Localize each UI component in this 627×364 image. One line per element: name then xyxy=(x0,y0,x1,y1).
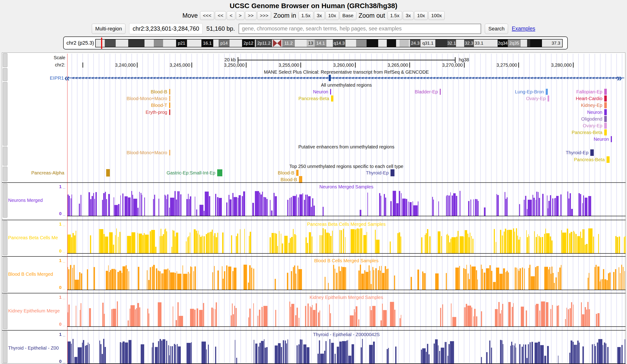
region-label[interactable]: Blood-B xyxy=(151,89,167,95)
zoom-out-button-4[interactable]: 100x xyxy=(428,11,445,20)
region-label[interactable]: Blood-B xyxy=(278,170,294,176)
track-drag-handle[interactable] xyxy=(3,53,7,67)
ideogram-bands[interactable]: p2116.1p142p122p11.211.21314.1q14.324.3q… xyxy=(95,39,563,47)
region-label[interactable]: Bladder-Ep xyxy=(415,89,438,95)
multi-region-button[interactable]: Multi-region xyxy=(92,24,125,34)
track-name-label[interactable]: Thyroid - Epithelial - Z00 xyxy=(8,345,67,351)
track-drag-handle[interactable] xyxy=(3,82,7,146)
strand-arrow-icon: < xyxy=(189,75,191,81)
region-block[interactable] xyxy=(331,96,333,102)
track-drag-handle[interactable] xyxy=(3,331,7,363)
region-block[interactable] xyxy=(604,129,607,135)
signal-track-plot[interactable] xyxy=(67,299,626,327)
track-name-label[interactable]: Pancreas Beta Cells Me xyxy=(8,235,67,240)
region-block[interactable] xyxy=(217,169,222,176)
region-block[interactable] xyxy=(546,89,548,95)
region-block[interactable] xyxy=(548,96,549,102)
signal-track-plot[interactable] xyxy=(67,337,626,364)
region-block[interactable] xyxy=(391,169,394,176)
region-label[interactable]: Pancreas-Beta xyxy=(299,96,329,101)
region-block[interactable] xyxy=(169,103,170,108)
region-block[interactable] xyxy=(604,109,607,115)
region-label[interactable]: Ovary-Ep xyxy=(526,96,546,101)
region-block[interactable] xyxy=(169,109,170,115)
region-block[interactable] xyxy=(607,156,610,163)
zoom-in-button-4[interactable]: Base xyxy=(340,11,356,20)
coordinate-label: 3,240,000 xyxy=(77,62,136,68)
position-display[interactable]: chr2:3,233,601-3,284,760 xyxy=(129,23,203,34)
region-label[interactable]: Blood-B xyxy=(281,177,297,182)
region-block[interactable] xyxy=(169,96,170,101)
region-block[interactable] xyxy=(330,89,331,95)
zoom-out-button-2[interactable]: 3x xyxy=(403,11,414,20)
move-button-6[interactable]: >>> xyxy=(257,11,271,20)
zoom-in-button-3[interactable]: 10x xyxy=(325,11,339,20)
region-label[interactable]: Thyroid-Ep xyxy=(566,150,588,156)
search-input[interactable] xyxy=(239,24,481,34)
region-block[interactable] xyxy=(106,169,110,177)
gene-exon[interactable] xyxy=(329,75,331,81)
track-name-label[interactable]: Neurons Merged xyxy=(8,198,67,203)
search-button[interactable]: Search xyxy=(485,24,508,34)
track-drag-handle[interactable] xyxy=(3,166,7,181)
zoom-in-button-2[interactable]: 3x xyxy=(314,11,325,20)
region-block[interactable] xyxy=(299,176,302,183)
region-label[interactable]: Thyroid-Ep xyxy=(366,170,389,176)
move-button-2[interactable]: << xyxy=(215,11,226,20)
strand-arrow-icon: < xyxy=(88,75,91,81)
move-button-1[interactable]: <<< xyxy=(200,11,214,20)
browser-image[interactable]: Scale 20 kb hg38 chr2: 3,240,0003,245,00… xyxy=(2,52,625,364)
move-button-4[interactable]: > xyxy=(236,11,244,20)
region-label[interactable]: Ovary-Ep xyxy=(583,123,602,128)
region-label[interactable]: Gastric-Ep:Small-Int-Ep xyxy=(166,170,215,176)
track-drag-handle[interactable] xyxy=(3,147,7,166)
region-block[interactable] xyxy=(440,89,441,95)
examples-link[interactable]: Examples xyxy=(512,26,535,32)
region-block[interactable] xyxy=(169,150,170,156)
region-label[interactable]: Lung-Ep-Bron xyxy=(515,89,544,95)
region-label[interactable]: Heart-Cardio xyxy=(576,96,602,101)
move-button-3[interactable]: < xyxy=(227,11,235,20)
region-block[interactable] xyxy=(590,149,594,156)
region-label[interactable]: Neuron xyxy=(587,110,602,115)
chromosome-ideogram[interactable]: chr2 (p25.3) p2116.1p142p122p11.211.2131… xyxy=(63,37,568,50)
region-block[interactable] xyxy=(604,116,607,122)
strand-arrow-icon: < xyxy=(537,75,539,81)
region-block[interactable] xyxy=(296,170,299,176)
region-label[interactable]: Blood-T xyxy=(151,103,167,108)
y-axis-max-label: 1 _ xyxy=(2,258,65,263)
track-drag-handle[interactable] xyxy=(3,68,7,81)
zoom-in-button-1[interactable]: 1.5x xyxy=(299,11,314,20)
zoom-out-button-3[interactable]: 10x xyxy=(414,11,428,20)
move-button-5[interactable]: >> xyxy=(245,11,257,20)
track-drag-handle[interactable] xyxy=(3,294,7,329)
region-block[interactable] xyxy=(604,123,607,129)
region-block[interactable] xyxy=(604,89,607,95)
region-label[interactable]: Blood-Mono+Macro xyxy=(127,150,167,156)
region-label[interactable]: Oligodend xyxy=(581,116,602,122)
region-block[interactable] xyxy=(604,102,607,108)
signal-track-plot[interactable] xyxy=(67,263,626,290)
track-drag-handle[interactable] xyxy=(3,257,7,292)
gene-name[interactable]: EIPR1 xyxy=(2,75,64,81)
track-name-label[interactable]: Kidney Epithelium Merge xyxy=(8,308,67,313)
region-label[interactable]: Pancreas-Beta xyxy=(572,130,602,135)
region-label[interactable]: Kidney-Ep xyxy=(581,103,602,108)
signal-track-plot[interactable] xyxy=(67,189,626,216)
strand-arrow-icon: < xyxy=(241,75,243,81)
region-block[interactable] xyxy=(604,96,607,102)
region-label[interactable]: Blood-Mono+Macro xyxy=(127,96,167,101)
signal-track-plot[interactable] xyxy=(67,226,626,254)
track-name-label[interactable]: Blood B Cells Merged xyxy=(8,271,67,277)
region-label[interactable]: Neuron xyxy=(594,137,609,142)
track-drag-handle[interactable] xyxy=(3,183,7,218)
region-label[interactable]: Neuron xyxy=(313,89,328,95)
zoom-out-button-1[interactable]: 1.5x xyxy=(387,11,402,20)
region-block[interactable] xyxy=(169,89,170,95)
region-label[interactable]: Eryth-prog xyxy=(146,110,167,115)
track-drag-handle[interactable] xyxy=(3,221,7,255)
region-label[interactable]: Fallopian-Ep xyxy=(576,89,602,95)
region-label[interactable]: Pancreas-Beta xyxy=(574,157,605,162)
region-label[interactable]: Pancreas-Alpha xyxy=(31,170,64,176)
region-block[interactable] xyxy=(611,136,612,142)
